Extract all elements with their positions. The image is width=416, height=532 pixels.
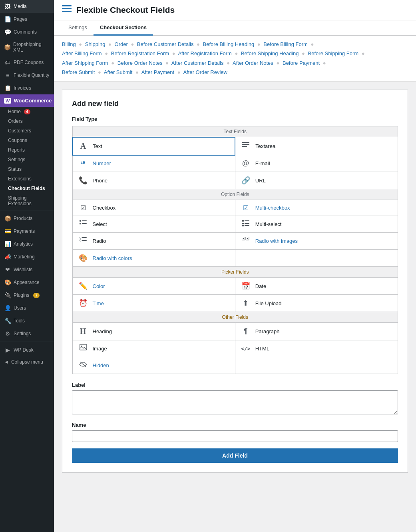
sidebar-item-payments[interactable]: 💳 Payments [0, 225, 54, 238]
sidebar-item-wishlists[interactable]: ❤ Wishlists [0, 263, 54, 276]
collapse-icon: ◄ [4, 359, 9, 365]
field-cell-file-upload[interactable]: ⬆ File Upload [235, 295, 398, 312]
link-after-customer-details[interactable]: After Customer Details [171, 60, 224, 66]
field-cell-email[interactable]: @ E-mail [235, 155, 398, 172]
field-cell-multi-select[interactable]: Multi-select [235, 216, 398, 233]
link-before-shipping-form[interactable]: Before Shipping Form [308, 50, 358, 56]
name-input[interactable] [72, 430, 398, 442]
collapse-menu-button[interactable]: ◄ Collapse menu [0, 356, 54, 368]
sub-item-home[interactable]: Home 4 [0, 107, 54, 116]
link-before-order-notes[interactable]: Before Order Notes [117, 60, 163, 66]
field-cell-select[interactable]: Select [72, 216, 235, 233]
link-order[interactable]: Order [115, 41, 128, 47]
products-icon: 📦 [4, 215, 11, 222]
field-name-text: Text [93, 143, 102, 149]
sub-item-settings[interactable]: Settings [0, 155, 54, 164]
field-cell-heading[interactable]: H Heading [72, 323, 235, 340]
sidebar-item-pages[interactable]: 📄 Pages [0, 13, 54, 26]
sub-item-label: Status [8, 166, 22, 172]
sidebar-item-settings[interactable]: ⚙ Settings [0, 327, 54, 340]
tab-settings[interactable]: Settings [62, 20, 94, 36]
label-textarea[interactable] [72, 390, 398, 414]
field-cell-phone[interactable]: 📞 Phone [72, 172, 235, 189]
field-cell-radio-images[interactable]: Radio with images [235, 233, 398, 250]
sidebar-item-wp-desk[interactable]: ▶ WP Desk [0, 344, 54, 356]
field-cell-number[interactable]: ¹⁹ Number [72, 155, 235, 172]
link-before-registration-form[interactable]: Before Registration Form [111, 50, 169, 56]
sidebar-item-dropshipping[interactable]: 📦 Dropshipping XML [0, 38, 54, 56]
name-field-label: Name [72, 422, 398, 428]
field-cell-text[interactable]: A Text [72, 137, 235, 155]
sidebar-item-users[interactable]: 👤 Users [0, 302, 54, 314]
add-field-button[interactable]: Add Field [72, 448, 398, 463]
sub-item-customers[interactable]: Customers [0, 126, 54, 136]
sub-item-status[interactable]: Status [0, 164, 54, 174]
text-icon: A [78, 142, 88, 151]
sidebar-item-media[interactable]: 🖼 Media [0, 0, 54, 13]
sub-item-checkout-fields[interactable]: Checkout Fields [0, 184, 54, 193]
sidebar-item-appearance[interactable]: 🎨 Appearance [0, 276, 54, 289]
link-before-billing-heading[interactable]: Before Billing Heading [203, 41, 255, 47]
text-fields-label: Text Fields [72, 126, 398, 137]
sub-item-reports[interactable]: Reports [0, 145, 54, 155]
link-before-payment[interactable]: Before Payment [283, 60, 320, 66]
sidebar-item-flexible-quantity[interactable]: ≡ Flexible Quantity [0, 69, 54, 82]
sidebar-item-products[interactable]: 📦 Products [0, 212, 54, 225]
svg-point-23 [247, 238, 248, 239]
field-cell-textarea[interactable]: Textarea [235, 137, 398, 155]
sub-item-shipping-extensions[interactable]: Shipping Extensions [0, 193, 54, 208]
field-name-date: Date [255, 283, 266, 289]
svg-point-21 [243, 238, 244, 239]
page-header-icon [62, 5, 72, 15]
sidebar-item-analytics[interactable]: 📊 Analytics [0, 238, 54, 250]
link-before-shipping-heading[interactable]: Before Shipping Heading [241, 50, 299, 56]
field-cell-paragraph[interactable]: ¶ Paragraph [235, 323, 398, 340]
link-after-submit[interactable]: After Submit [104, 69, 133, 75]
field-cell-date[interactable]: 📅 Date [235, 278, 398, 295]
field-cell-color[interactable]: ✏️ Color [72, 278, 235, 295]
sub-item-label: Home [8, 109, 21, 114]
sub-item-coupons[interactable]: Coupons [0, 136, 54, 145]
sub-item-orders[interactable]: Orders [0, 116, 54, 126]
link-before-customer-details[interactable]: Before Customer Details [137, 41, 194, 47]
sidebar-item-plugins[interactable]: 🔌 Plugins 7 [0, 289, 54, 302]
tab-checkout-sections[interactable]: Checkout Sections [94, 20, 153, 36]
link-after-registration-form[interactable]: After Registration Form [178, 50, 231, 56]
svg-rect-8 [80, 223, 81, 224]
sidebar-item-marketing[interactable]: 📣 Marketing [0, 250, 54, 263]
link-after-billing-form[interactable]: After Billing Form [62, 50, 102, 56]
link-after-payment[interactable]: After Payment [141, 69, 174, 75]
dot: ● [311, 41, 314, 47]
woocommerce-header[interactable]: W WooCommerce [0, 94, 54, 107]
link-after-order-notes[interactable]: After Order Notes [233, 60, 273, 66]
dropshipping-icon: 📦 [4, 44, 11, 50]
field-cell-hidden[interactable]: Hidden [72, 357, 235, 374]
flex-qty-icon: ≡ [4, 72, 11, 78]
link-before-submit[interactable]: Before Submit [62, 69, 95, 75]
field-cell-time[interactable]: ⏰ Time [72, 295, 235, 312]
field-cell-radio[interactable]: Radio [72, 233, 235, 250]
link-after-order-review[interactable]: After Order Review [183, 69, 227, 75]
svg-rect-7 [82, 220, 87, 221]
link-shipping[interactable]: Shipping [85, 41, 105, 47]
link-billing[interactable]: Billing [62, 41, 76, 47]
sidebar-item-comments[interactable]: 💬 Comments [0, 26, 54, 38]
dot: ● [276, 60, 279, 66]
sidebar-item-invoices[interactable]: 📋 Invoices [0, 82, 54, 94]
sidebar-item-tools[interactable]: 🔧 Tools [0, 314, 54, 327]
sub-item-extensions[interactable]: Extensions [0, 174, 54, 184]
sidebar-item-pdf-coupons[interactable]: 🏷 PDF Coupons [0, 56, 54, 69]
select-icon [78, 220, 88, 228]
field-cell-url[interactable]: 🔗 URL [235, 172, 398, 189]
field-cell-html[interactable]: </> HTML [235, 340, 398, 357]
field-cell-checkbox[interactable]: ☑ Checkbox [72, 200, 235, 216]
collapse-label: Collapse menu [11, 359, 43, 365]
field-name-number: Number [93, 160, 111, 166]
link-after-shipping-form[interactable]: After Shipping Form [62, 60, 108, 66]
field-cell-image[interactable]: Image [72, 340, 235, 357]
option-fields-label: Option Fields [72, 189, 398, 200]
field-cell-multi-checkbox[interactable]: ☑ Multi-checkbox [235, 200, 398, 216]
field-cell-radio-colors[interactable]: 🎨 Radio with colors [72, 250, 235, 267]
dot: ● [177, 69, 181, 75]
link-before-billing-form[interactable]: Before Billing Form [263, 41, 308, 47]
